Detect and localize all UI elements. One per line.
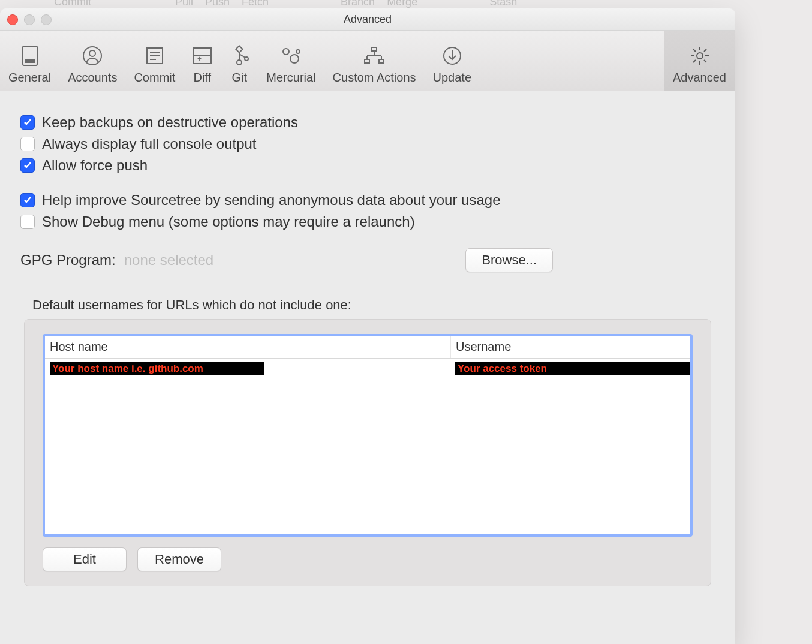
full-console-checkbox[interactable] <box>20 137 35 151</box>
tab-git-label: Git <box>232 71 248 85</box>
keep-backups-label: Keep backups on destructive operations <box>42 114 298 131</box>
background-app-toolbar: Commit Pull Push Fetch Branch Merge Stas… <box>0 0 812 8</box>
update-icon <box>442 46 462 66</box>
svg-point-3 <box>89 50 95 56</box>
checkbox-row-full-console: Always display full console output <box>20 136 715 152</box>
svg-point-18 <box>296 50 300 53</box>
tab-custom-actions-label: Custom Actions <box>333 71 416 85</box>
keep-backups-checkbox[interactable] <box>20 115 35 130</box>
tab-advanced-label: Advanced <box>673 71 726 85</box>
remove-button[interactable]: Remove <box>137 547 221 571</box>
col-host-name[interactable]: Host name <box>45 336 451 358</box>
preferences-tabstrip: General Accounts Commit + Diff <box>0 31 735 91</box>
svg-point-16 <box>283 49 289 55</box>
svg-line-36 <box>693 60 696 62</box>
gpg-program-row: GPG Program: none selected Browse... <box>20 248 715 272</box>
panel-actions: Edit Remove <box>43 547 693 571</box>
svg-line-14 <box>239 54 245 58</box>
tab-custom-actions[interactable]: Custom Actions <box>324 31 425 91</box>
checkbox-row-force-push: Allow force push <box>20 157 715 174</box>
debug-menu-label: Show Debug menu (some options may requir… <box>42 213 415 230</box>
svg-point-13 <box>237 60 242 65</box>
svg-line-34 <box>704 60 706 62</box>
checkbox-row-help-improve: Help improve Sourcetree by sending anony… <box>20 192 715 209</box>
help-improve-checkbox[interactable] <box>20 193 35 207</box>
svg-rect-25 <box>379 59 384 63</box>
default-usernames-label: Default usernames for URLs which do not … <box>32 297 715 313</box>
tab-git[interactable]: Git <box>221 31 258 91</box>
tab-advanced[interactable]: Advanced <box>664 31 735 91</box>
tab-accounts-label: Accounts <box>68 71 117 85</box>
minimize-window-button[interactable] <box>24 14 35 25</box>
table-row[interactable]: Your host name i.e. github.com Your acce… <box>45 359 690 375</box>
diff-icon: + <box>192 46 212 66</box>
tab-mercurial-label: Mercurial <box>266 71 315 85</box>
svg-rect-19 <box>372 47 377 51</box>
gpg-program-label: GPG Program: <box>20 252 116 269</box>
zoom-window-button[interactable] <box>41 14 52 25</box>
tab-diff-label: Diff <box>193 71 211 85</box>
svg-rect-24 <box>365 59 369 63</box>
accounts-icon <box>82 46 103 66</box>
browse-button[interactable]: Browse... <box>465 248 553 272</box>
mercurial-icon <box>281 46 301 66</box>
tab-update-label: Update <box>433 71 472 85</box>
debug-menu-checkbox[interactable] <box>20 215 35 229</box>
svg-line-33 <box>693 49 696 52</box>
gear-icon <box>690 46 710 66</box>
window-title: Advanced <box>344 13 392 26</box>
tab-mercurial[interactable]: Mercurial <box>258 31 324 91</box>
tab-commit[interactable]: Commit <box>125 31 184 91</box>
checkbox-row-debug-menu: Show Debug menu (some options may requir… <box>20 213 715 230</box>
content-area: Keep backups on destructive operations A… <box>0 91 735 604</box>
help-improve-label: Help improve Sourcetree by sending anony… <box>42 192 500 209</box>
tab-diff[interactable]: + Diff <box>184 31 221 91</box>
full-console-label: Always display full console output <box>42 136 257 152</box>
git-icon <box>229 46 249 66</box>
svg-rect-11 <box>236 46 243 52</box>
tab-accounts[interactable]: Accounts <box>59 31 125 91</box>
svg-point-17 <box>290 55 299 63</box>
force-push-checkbox[interactable] <box>20 158 35 173</box>
custom-actions-icon <box>364 46 384 66</box>
tab-commit-label: Commit <box>134 71 175 85</box>
commit-icon <box>145 46 165 66</box>
svg-line-35 <box>704 49 706 52</box>
force-push-label: Allow force push <box>42 157 148 174</box>
col-username[interactable]: Username <box>451 336 690 358</box>
cell-user: Your access token <box>450 359 693 375</box>
default-usernames-panel: Host name Username Your host name i.e. g… <box>24 319 711 586</box>
tab-general[interactable]: General <box>0 31 59 91</box>
cell-host: Your host name i.e. github.com <box>45 359 450 375</box>
default-usernames-table[interactable]: Host name Username Your host name i.e. g… <box>43 334 693 537</box>
tab-general-label: General <box>8 71 51 85</box>
general-icon <box>20 46 40 66</box>
svg-rect-1 <box>25 59 35 63</box>
svg-point-15 <box>245 57 248 61</box>
svg-text:+: + <box>197 55 202 63</box>
svg-point-28 <box>697 53 703 59</box>
preferences-window: Advanced General Accounts Commit <box>0 8 735 644</box>
checkbox-row-keep-backups: Keep backups on destructive operations <box>20 114 715 131</box>
gpg-program-value: none selected <box>124 252 213 269</box>
window-controls <box>7 14 52 25</box>
titlebar: Advanced <box>0 8 735 31</box>
tab-update[interactable]: Update <box>425 31 480 91</box>
edit-button[interactable]: Edit <box>43 547 127 571</box>
close-window-button[interactable] <box>7 14 18 25</box>
table-header: Host name Username <box>45 336 690 359</box>
